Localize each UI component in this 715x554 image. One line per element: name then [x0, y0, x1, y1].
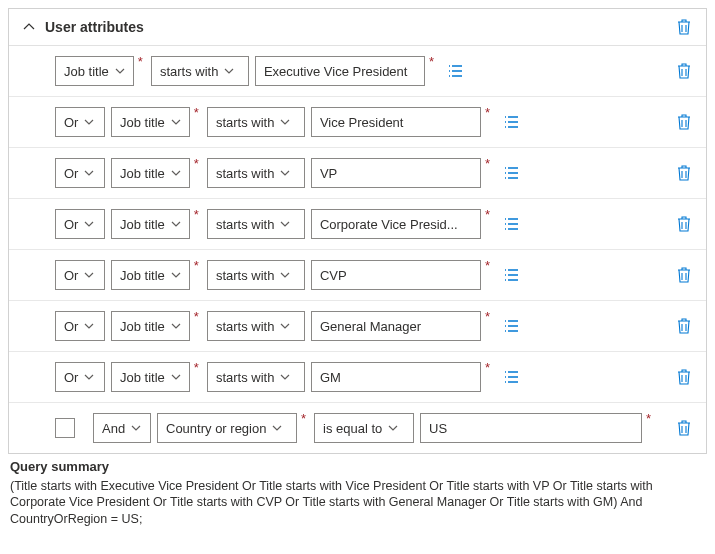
chevron-down-icon [224, 66, 234, 76]
dropdown-label: Job title [120, 370, 165, 385]
chevron-down-icon [171, 168, 181, 178]
chevron-down-icon [280, 117, 290, 127]
required-asterisk: * [194, 207, 199, 222]
query-summary: Query summary (Title starts with Executi… [8, 454, 707, 530]
required-asterisk: * [194, 105, 199, 120]
dropdown-label: is equal to [323, 421, 382, 436]
list-icon[interactable] [502, 367, 522, 387]
delete-row-button[interactable] [674, 214, 694, 234]
dropdown-label: starts with [216, 319, 275, 334]
operator-dropdown[interactable]: starts with [207, 311, 305, 341]
value-input[interactable]: General Manager [311, 311, 481, 341]
dropdown-label: Job title [120, 268, 165, 283]
delete-row-button[interactable] [674, 265, 694, 285]
required-asterisk: * [138, 54, 143, 69]
operator-dropdown[interactable]: is equal to [314, 413, 414, 443]
chevron-down-icon [84, 219, 94, 229]
logic-dropdown[interactable]: And [93, 413, 151, 443]
dropdown-label: starts with [216, 217, 275, 232]
chevron-up-icon [21, 19, 37, 35]
condition-row: Job title * starts with Executive Vice P… [9, 46, 706, 97]
delete-row-button[interactable] [674, 367, 694, 387]
chevron-down-icon [171, 219, 181, 229]
dropdown-label: Country or region [166, 421, 266, 436]
logic-dropdown[interactable]: Or [55, 311, 105, 341]
delete-section-button[interactable] [674, 17, 694, 37]
dropdown-label: Job title [120, 319, 165, 334]
list-icon[interactable] [502, 214, 522, 234]
value-input[interactable]: CVP [311, 260, 481, 290]
attribute-dropdown[interactable]: Job title [111, 209, 190, 239]
operator-dropdown[interactable]: starts with [207, 209, 305, 239]
chevron-down-icon [131, 423, 141, 433]
value-input[interactable]: GM [311, 362, 481, 392]
value-input[interactable]: VP [311, 158, 481, 188]
chevron-down-icon [84, 270, 94, 280]
value-input[interactable]: Executive Vice President [255, 56, 425, 86]
delete-row-button[interactable] [674, 316, 694, 336]
dropdown-label: And [102, 421, 125, 436]
attribute-dropdown[interactable]: Job title [111, 158, 190, 188]
chevron-down-icon [280, 270, 290, 280]
operator-dropdown[interactable]: starts with [207, 362, 305, 392]
logic-dropdown[interactable]: Or [55, 107, 105, 137]
dropdown-label: starts with [216, 370, 275, 385]
dropdown-label: Or [64, 268, 78, 283]
list-icon[interactable] [502, 316, 522, 336]
value-input[interactable]: Corporate Vice Presid... [311, 209, 481, 239]
required-asterisk: * [194, 360, 199, 375]
logic-dropdown[interactable]: Or [55, 362, 105, 392]
dropdown-label: Or [64, 319, 78, 334]
section-header[interactable]: User attributes [9, 9, 706, 46]
chevron-down-icon [280, 372, 290, 382]
condition-row: Or Job title * starts with General Manag… [9, 301, 706, 352]
chevron-down-icon [84, 321, 94, 331]
dropdown-label: Or [64, 217, 78, 232]
attribute-dropdown[interactable]: Job title [111, 260, 190, 290]
logic-dropdown[interactable]: Or [55, 260, 105, 290]
dropdown-label: starts with [216, 166, 275, 181]
delete-row-button[interactable] [674, 61, 694, 81]
required-asterisk: * [301, 411, 306, 426]
delete-row-button[interactable] [674, 163, 694, 183]
chevron-down-icon [280, 321, 290, 331]
attribute-dropdown[interactable]: Job title [111, 107, 190, 137]
delete-row-button[interactable] [674, 112, 694, 132]
required-asterisk: * [194, 156, 199, 171]
list-icon[interactable] [446, 61, 466, 81]
operator-dropdown[interactable]: starts with [207, 260, 305, 290]
dropdown-label: Job title [120, 115, 165, 130]
group-checkbox[interactable] [55, 418, 75, 438]
list-icon[interactable] [502, 163, 522, 183]
condition-row: Or Job title * starts with CVP * [9, 250, 706, 301]
required-asterisk: * [194, 258, 199, 273]
required-asterisk: * [485, 156, 490, 171]
value-input[interactable]: US [420, 413, 642, 443]
attribute-dropdown[interactable]: Job title [55, 56, 134, 86]
summary-text: (Title starts with Executive Vice Presid… [10, 478, 705, 529]
delete-row-button[interactable] [674, 418, 694, 438]
logic-dropdown[interactable]: Or [55, 158, 105, 188]
required-asterisk: * [485, 360, 490, 375]
value-input[interactable]: Vice President [311, 107, 481, 137]
dropdown-label: starts with [216, 268, 275, 283]
operator-dropdown[interactable]: starts with [151, 56, 249, 86]
user-attributes-panel: User attributes Job title * starts with … [8, 8, 707, 454]
logic-dropdown[interactable]: Or [55, 209, 105, 239]
required-asterisk: * [485, 207, 490, 222]
condition-row: Or Job title * starts with GM * [9, 352, 706, 403]
condition-row: Or Job title * starts with VP * [9, 148, 706, 199]
condition-row: Or Job title * starts with Vice Presiden… [9, 97, 706, 148]
attribute-dropdown[interactable]: Job title [111, 311, 190, 341]
chevron-down-icon [84, 117, 94, 127]
operator-dropdown[interactable]: starts with [207, 158, 305, 188]
required-asterisk: * [194, 309, 199, 324]
attribute-dropdown[interactable]: Job title [111, 362, 190, 392]
list-icon[interactable] [502, 265, 522, 285]
attribute-dropdown[interactable]: Country or region [157, 413, 297, 443]
dropdown-label: starts with [216, 115, 275, 130]
operator-dropdown[interactable]: starts with [207, 107, 305, 137]
required-asterisk: * [429, 54, 434, 69]
list-icon[interactable] [502, 112, 522, 132]
required-asterisk: * [485, 105, 490, 120]
